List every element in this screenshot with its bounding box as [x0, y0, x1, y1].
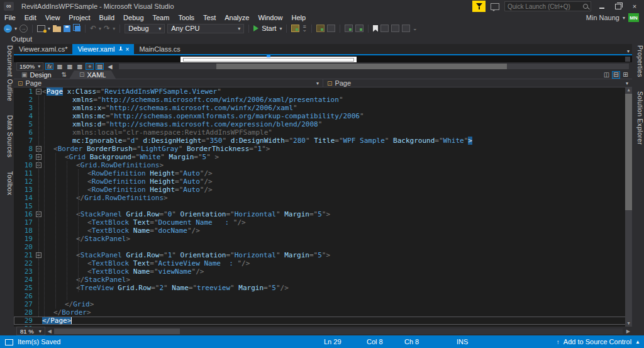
solution-platform-dropdown[interactable]: Any CPU ▾: [167, 24, 244, 33]
code-line-12[interactable]: 12<RowDefinition Height="Auto"/>: [14, 177, 632, 186]
undo-icon[interactable]: ↶: [90, 23, 96, 33]
design-scrollbar-button[interactable]: [625, 57, 630, 62]
bookmark-overflow-icon[interactable]: ⌄: [413, 27, 418, 30]
fold-margin[interactable]: −: [35, 210, 42, 218]
fold-collapse-icon[interactable]: −: [36, 162, 42, 168]
code-line-8[interactable]: 8−<Border BorderBrush="LightGray" Border…: [14, 145, 632, 153]
code-line-29[interactable]: 29</Page>: [14, 317, 632, 325]
tab-list-dropdown-icon[interactable]: ▾: [627, 48, 630, 54]
navigate-back-dropdown-icon[interactable]: ▾: [14, 26, 17, 31]
menu-build[interactable]: Build: [95, 13, 119, 22]
chevron-down-icon[interactable]: ▾: [316, 81, 319, 86]
code-line-10[interactable]: 10−<Grid.RowDefinitions>: [14, 161, 632, 169]
code-line-28[interactable]: 28</Border>: [14, 308, 632, 317]
expand-pane-icon[interactable]: ⊞: [621, 71, 630, 79]
outdent-icon[interactable]: [355, 23, 364, 33]
fold-margin[interactable]: −: [35, 153, 42, 161]
code-line-7[interactable]: 7mc:Ignorable="d" d:DesignHeight="350" d…: [14, 137, 632, 145]
code-line-13[interactable]: 13<RowDefinition Height="Auto"/>: [14, 186, 632, 194]
effects-toggle-icon[interactable]: fx: [45, 63, 53, 70]
fold-collapse-icon[interactable]: −: [36, 154, 42, 160]
code-line-16[interactable]: 16−<StackPanel Grid.Row="0" Orientation=…: [14, 210, 632, 218]
code-line-4[interactable]: 4xmlns:mc="http://schemas.openxmlformats…: [14, 112, 632, 120]
collapse-toolbar-icon[interactable]: ◀: [106, 63, 114, 70]
fold-collapse-icon[interactable]: −: [36, 211, 42, 217]
menu-help[interactable]: Help: [287, 13, 311, 22]
code-line-5[interactable]: 5xmlns:d="http://schemas.microsoft.com/e…: [14, 120, 632, 128]
scrollbar-thumb[interactable]: [54, 328, 180, 334]
user-name[interactable]: Min Naung: [586, 14, 619, 21]
designer-zoom-dropdown[interactable]: 150% ▾: [16, 62, 43, 70]
split-tab-design[interactable]: ▣Design: [14, 70, 59, 79]
fold-collapse-icon[interactable]: −: [36, 146, 42, 152]
start-debug-button[interactable]: Start ▾: [253, 23, 282, 33]
fold-margin[interactable]: −: [35, 87, 42, 96]
send-feedback-icon[interactable]: [491, 3, 499, 10]
tool-window-tab-document-outline[interactable]: Document Outline: [3, 45, 14, 101]
code-line-3[interactable]: 3xmlns:x="http://schemas.microsoft.com/w…: [14, 104, 632, 112]
menu-project[interactable]: Project: [64, 13, 94, 22]
minimize-button[interactable]: [596, 1, 608, 12]
avatar[interactable]: MN: [628, 13, 639, 22]
redo-dropdown-icon[interactable]: ▾: [113, 26, 115, 31]
vertical-split-icon[interactable]: ◫: [602, 71, 611, 79]
code-line-14[interactable]: 14</Grid.RowDefinitions>: [14, 194, 632, 202]
tool-window-tab-properties[interactable]: Properties: [635, 45, 644, 77]
menu-view[interactable]: View: [41, 13, 65, 22]
toolbar-overflow-icon[interactable]: ≡⌄: [302, 25, 307, 31]
code-line-23[interactable]: 23<TextBlock Name="viewName"/>: [14, 267, 632, 276]
xaml-code-editor[interactable]: 1−<Page x:Class="RevitAddInsWPFSample.Vi…: [14, 87, 632, 327]
disable-project-code-icon[interactable]: ▤: [96, 63, 104, 70]
pin-icon[interactable]: [118, 47, 123, 52]
scrollbar-thumb[interactable]: [216, 64, 507, 69]
redo-icon[interactable]: ↷: [104, 23, 110, 33]
output-panel-tab[interactable]: Output: [0, 35, 38, 43]
uncomment-icon[interactable]: [327, 23, 335, 33]
breadcrumb-element[interactable]: Page: [335, 79, 351, 87]
save-icon[interactable]: [64, 23, 70, 33]
menu-edit[interactable]: Edit: [20, 13, 41, 22]
code-line-17[interactable]: 17<TextBlock Text="Document Name : "/>: [14, 218, 632, 227]
scroll-down-icon[interactable]: ▼: [625, 321, 632, 327]
new-project-icon[interactable]: [37, 23, 45, 33]
menu-analyze[interactable]: Analyze: [220, 13, 253, 22]
snap-to-grid-icon[interactable]: ▦: [65, 63, 74, 70]
swap-panes-icon[interactable]: ⇅: [62, 71, 67, 78]
snap-to-snaplines-icon[interactable]: ⌖: [86, 63, 94, 70]
debug-configuration-dropdown[interactable]: Debug ▾: [125, 24, 165, 33]
user-dropdown-icon[interactable]: ▾: [623, 15, 625, 21]
fold-collapse-icon[interactable]: −: [36, 89, 42, 94]
designer-horizontal-scrollbar[interactable]: [119, 64, 629, 69]
save-all-icon[interactable]: [73, 23, 80, 33]
show-grid-icon[interactable]: ▦: [55, 63, 64, 70]
open-file-icon[interactable]: [53, 23, 61, 33]
quick-launch-input[interactable]: Quick Launch (Ctrl+Q): [504, 1, 591, 11]
application-insights-icon[interactable]: [291, 23, 299, 33]
fold-margin[interactable]: −: [35, 251, 42, 259]
scroll-left-icon[interactable]: ◀: [48, 328, 52, 334]
clear-bookmarks-icon[interactable]: [402, 23, 410, 33]
collapsed-design-pane[interactable]: [14, 54, 632, 62]
navigate-forward-button[interactable]: →: [19, 23, 28, 33]
code-line-21[interactable]: 21−<StackPanel Grid.Row="1" Orientation=…: [14, 251, 632, 259]
scroll-up-icon[interactable]: ▲: [625, 87, 632, 93]
code-line-22[interactable]: 22<TextBlock Text="ActiveView Name : "/>: [14, 259, 632, 267]
scroll-right-icon[interactable]: ▶: [626, 328, 630, 334]
menu-window[interactable]: Window: [253, 13, 287, 22]
indent-icon[interactable]: [345, 23, 353, 33]
code-line-25[interactable]: 25<TreeView Grid.Row="2" Name="treeview"…: [14, 284, 632, 292]
code-line-15[interactable]: 15: [14, 202, 632, 210]
code-line-20[interactable]: 20: [14, 243, 632, 251]
toggle-bookmark-icon[interactable]: [373, 23, 378, 33]
horizontal-split-icon[interactable]: ⊟: [612, 71, 620, 79]
menu-team[interactable]: Team: [148, 13, 174, 22]
scrollbar-thumb[interactable]: [625, 94, 632, 210]
code-line-18[interactable]: 18<TextBlock Name="docName"/>: [14, 227, 632, 235]
breadcrumb-element[interactable]: Page: [25, 79, 42, 87]
code-line-27[interactable]: 27</Grid>: [14, 300, 632, 308]
code-line-1[interactable]: 1−<Page x:Class="RevitAddInsWPFSample.Vi…: [14, 87, 632, 96]
editor-horizontal-scrollbar[interactable]: [54, 328, 623, 334]
tool-window-tab-toolbox[interactable]: Toolbox: [3, 171, 14, 195]
code-line-24[interactable]: 24</StackPanel>: [14, 276, 632, 284]
toggle-artboard-background-icon[interactable]: ▩: [75, 63, 84, 70]
